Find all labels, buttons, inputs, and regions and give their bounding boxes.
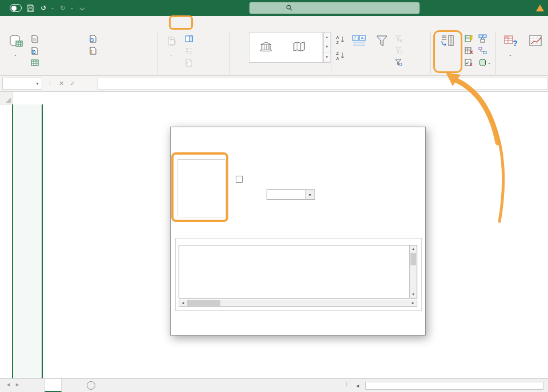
treat-consecutive-checkbox[interactable] [236, 175, 245, 183]
title-bar: ↺⌄ ↻⌄ ⌵ [0, 0, 548, 16]
text-to-columns-icon [440, 33, 455, 50]
dropdown-arrow-icon[interactable]: ▼ [305, 190, 315, 199]
new-sheet-button[interactable] [87, 381, 95, 390]
existing-connections-button[interactable] [89, 45, 99, 56]
sheet-nav-prev-icon[interactable]: ◄ [6, 382, 11, 387]
sort-az-button[interactable]: AZ [336, 34, 347, 45]
sheet-nav-next-icon[interactable]: ► [15, 382, 20, 387]
gallery-scroll[interactable]: ▲▼▼ [323, 32, 331, 63]
remove-duplicates-icon[interactable] [465, 45, 474, 56]
properties-icon [185, 47, 193, 55]
from-text-csv-button[interactable] [31, 33, 41, 44]
dialog-close-button[interactable] [408, 127, 425, 142]
data-preview-table[interactable]: ▲ ▼ [179, 245, 417, 298]
dropdown-chevron-icon: ⌄ [509, 52, 512, 56]
autosave-toggle[interactable] [10, 4, 22, 12]
forecast-sheet-icon [529, 33, 543, 50]
search-input[interactable] [249, 2, 420, 14]
account-alert[interactable] [536, 0, 548, 16]
group-label-data-types [229, 66, 332, 74]
properties-button [185, 45, 195, 56]
group-label-queries [158, 66, 229, 74]
sort-dialog-icon: Z↓A↓ [352, 33, 366, 50]
group-label-get-transform [0, 66, 158, 74]
enter-entry-icon: ✓ [70, 80, 75, 87]
stocks-button[interactable] [249, 33, 283, 62]
scroll-down-icon: ▼ [410, 291, 417, 298]
get-data-button[interactable]: ⌄ [2, 31, 30, 68]
svg-text:A: A [336, 56, 339, 60]
ribbon: ⌄ ⌄ [0, 30, 548, 76]
sort-button[interactable]: Z↓A↓ [348, 31, 370, 68]
checkbox[interactable] [236, 176, 243, 183]
scroll-up-icon: ▲ [410, 245, 417, 252]
flash-fill-icon[interactable] [465, 33, 474, 44]
table-icon [31, 59, 39, 67]
database-icon [9, 33, 23, 50]
dropdown-chevron-icon: ⌄ [14, 52, 17, 56]
excel-window: ↺⌄ ↻⌄ ⌵ ⌄ [0, 0, 548, 392]
undo-chevron-icon[interactable]: ⌄ [51, 6, 54, 10]
name-box-chevron-icon[interactable]: ▼ [35, 82, 39, 86]
formula-input[interactable] [97, 78, 548, 90]
sheet-tab-active[interactable] [45, 379, 62, 392]
ribbon-tab-strip [0, 16, 548, 30]
cancel-entry-icon: ✕ [59, 80, 64, 87]
customize-quick-access-icon[interactable]: ⌵ [78, 3, 87, 13]
geography-button[interactable] [283, 33, 316, 62]
dialog-help-button[interactable] [392, 127, 409, 142]
dialog-title[interactable] [171, 127, 425, 142]
edit-links-icon [185, 59, 193, 67]
group-label-sort-filter [332, 66, 430, 74]
name-box[interactable]: ▼ [2, 78, 42, 90]
existing-connections-icon [89, 47, 97, 55]
undo-icon[interactable]: ↺ [39, 3, 48, 13]
queries-connections-button[interactable] [185, 33, 195, 44]
formula-bar: ▼ ⋮ ✕ ✓ [0, 76, 548, 92]
forecast-sheet-button[interactable] [524, 31, 548, 68]
column-headers [0, 92, 548, 104]
redo-icon: ↻ [58, 3, 67, 13]
delimiters-groupbox [178, 159, 225, 217]
text-to-columns-button[interactable] [434, 31, 461, 68]
selection-border-left [12, 104, 13, 378]
recent-sources-button[interactable] [89, 33, 99, 44]
sort-za-icon: ZA [336, 51, 345, 60]
clear-filter-button [395, 33, 405, 44]
consolidate-icon[interactable] [478, 33, 487, 44]
group-label-data-tools [430, 66, 495, 74]
preview-horizontal-scrollbar[interactable]: ◄ ► [179, 300, 417, 307]
formula-bar-dots[interactable]: ⋮ [47, 80, 53, 87]
scrollbar-thumb [187, 300, 220, 306]
sort-za-button[interactable]: ZA [336, 50, 347, 61]
refresh-all-button: ⌄ [160, 31, 184, 68]
gallery-up-icon: ▲ [324, 33, 330, 42]
filter-button[interactable] [371, 31, 393, 68]
data-types-gallery [249, 32, 323, 63]
select-all-corner[interactable] [0, 92, 13, 104]
svg-text:Z: Z [336, 51, 339, 55]
column-a-selection-tint [13, 104, 42, 378]
svg-text:Z: Z [336, 41, 339, 45]
relationships-icon[interactable] [478, 45, 487, 56]
tabbar-dots[interactable]: ⁞ [346, 381, 348, 387]
web-file-icon [31, 47, 39, 55]
group-label-forecast [495, 66, 548, 74]
what-if-analysis-button[interactable]: ? ⌄ [498, 31, 524, 68]
reapply-filter-button [395, 45, 405, 56]
text-qualifier-dropdown[interactable]: ▼ [267, 189, 315, 200]
reapply-filter-icon [395, 47, 402, 54]
text-to-columns-wizard-dialog: ▼ ▲ ▼ ◄ ► [170, 127, 426, 336]
horizontal-scrollbar-thumb[interactable] [365, 382, 543, 390]
from-web-button[interactable] [31, 45, 41, 56]
scroll-left-icon: ◄ [179, 300, 187, 306]
get-data-label2: ⌄ [15, 51, 17, 58]
refresh-icon [165, 33, 179, 50]
svg-text:A↓: A↓ [361, 36, 365, 40]
preview-vertical-scrollbar[interactable]: ▲ ▼ [409, 245, 417, 298]
warning-icon [536, 5, 544, 11]
search-icon [286, 5, 292, 12]
advanced-filter-icon [395, 59, 402, 66]
save-icon[interactable] [26, 3, 35, 13]
hscroll-left-icon[interactable]: ◄ [354, 382, 361, 390]
